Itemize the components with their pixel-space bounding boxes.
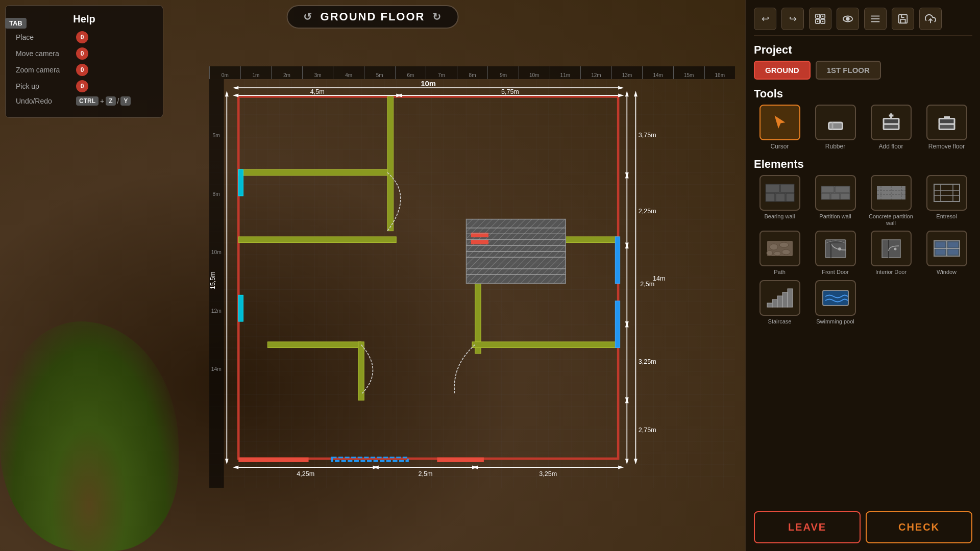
svg-text:2,5m: 2,5m <box>418 470 432 478</box>
svg-rect-153 <box>936 249 945 255</box>
svg-text:+: + <box>889 113 893 119</box>
svg-rect-113 <box>766 184 794 202</box>
svg-rect-86 <box>238 458 308 462</box>
check-button[interactable]: CHECK <box>866 511 972 543</box>
cursor-icon <box>760 105 800 140</box>
svg-rect-62 <box>387 96 393 231</box>
z-key: Z <box>106 96 115 106</box>
svg-rect-160 <box>823 290 848 306</box>
help-row-move: Move camera 0 <box>16 47 153 60</box>
help-row-pickup: Pick up 0 <box>16 80 153 92</box>
tools-section: Tools Cursor Rubber <box>754 87 972 150</box>
entresol-element[interactable]: Entresol <box>921 175 972 227</box>
remove-floor-tool[interactable]: Remove floor <box>921 105 972 150</box>
interior-door-element[interactable]: Interior Door <box>865 231 917 276</box>
svg-rect-105 <box>828 122 842 130</box>
svg-rect-151 <box>936 242 945 247</box>
svg-text:3,25m: 3,25m <box>539 470 557 478</box>
help-row-place: Place 0 <box>16 31 153 43</box>
svg-rect-152 <box>948 242 958 247</box>
window-label: Window <box>937 269 957 276</box>
staircase-label: Staircase <box>768 318 792 325</box>
svg-rect-119 <box>821 186 850 199</box>
help-label-undo: Undo/Redo <box>16 97 72 105</box>
svg-rect-110 <box>939 124 954 130</box>
front-door-icon <box>815 231 856 266</box>
svg-rect-70 <box>238 295 243 321</box>
svg-text:4,5m: 4,5m <box>310 88 325 95</box>
ground-floor-tab[interactable]: GROUND <box>754 61 811 80</box>
rubber-tool[interactable]: Rubber <box>810 105 861 150</box>
svg-text:3,75m: 3,75m <box>639 132 656 139</box>
interior-door-label: Interior Door <box>875 269 906 276</box>
add-floor-icon: + <box>871 105 912 140</box>
svg-point-95 <box>817 21 819 22</box>
svg-point-141 <box>774 252 781 256</box>
partition-wall-element[interactable]: Partition wall <box>810 175 861 227</box>
svg-rect-108 <box>884 119 899 124</box>
tools-title: Tools <box>754 87 972 101</box>
help-title: Help <box>16 13 153 25</box>
svg-rect-158 <box>782 292 788 307</box>
entresol-label: Entresol <box>936 213 957 220</box>
concrete-wall-element[interactable]: Concrete partition wall <box>865 175 917 227</box>
upload-button[interactable] <box>919 8 942 30</box>
window-icon <box>926 231 967 266</box>
floor-header[interactable]: ↺ GROUND FLOOR ↻ <box>287 5 459 29</box>
svg-text:4,25m: 4,25m <box>297 470 314 478</box>
rotate-left-icon: ↺ <box>303 11 313 23</box>
svg-rect-154 <box>948 249 958 255</box>
svg-rect-67 <box>472 342 618 347</box>
staircase-element[interactable]: Staircase <box>754 280 805 325</box>
cursor-tool[interactable]: Cursor <box>754 105 805 150</box>
swimming-pool-label: Swimming pool <box>816 318 854 325</box>
tab-badge[interactable]: TAB <box>5 18 27 29</box>
toolbar: ↩ ↪ <box>754 8 972 36</box>
elements-grid: Bearing wall Partition wall <box>754 175 972 325</box>
map-area: TAB Help Place 0 Move camera 0 Zoom came… <box>0 0 745 551</box>
eye-button[interactable] <box>837 8 859 30</box>
floor-plan-container[interactable]: 0m 1m 2m 3m 4m 5m 6m 7m 8m 9m 10m 11m 12… <box>199 31 735 536</box>
front-door-element[interactable]: Front Door <box>810 231 861 276</box>
project-title: Project <box>754 43 972 57</box>
path-element[interactable]: Path <box>754 231 805 276</box>
staircase-icon <box>760 280 800 316</box>
svg-text:10m: 10m <box>421 80 436 88</box>
right-panel: ↩ ↪ <box>745 0 980 551</box>
dice-button[interactable] <box>809 8 831 30</box>
add-floor-label: Add floor <box>878 143 903 150</box>
svg-text:14m: 14m <box>653 275 665 282</box>
help-label-move: Move camera <box>16 49 72 58</box>
list-button[interactable] <box>864 8 887 30</box>
front-door-label: Front Door <box>822 269 849 276</box>
leave-button[interactable]: LEAVE <box>754 511 861 543</box>
svg-point-138 <box>779 242 789 247</box>
remove-floor-icon <box>926 105 967 140</box>
svg-rect-72 <box>615 301 620 348</box>
bearing-wall-icon <box>760 175 800 211</box>
svg-rect-157 <box>777 296 782 307</box>
redo-button[interactable]: ↪ <box>781 8 804 30</box>
bearing-wall-element[interactable]: Bearing wall <box>754 175 805 227</box>
floor-plan-svg[interactable]: 5m 8m 10m 12m 14m 10m 4,5m 5,75m <box>209 79 735 488</box>
help-row-zoom: Zoom camera 0 <box>16 64 153 76</box>
y-key: Y <box>120 96 131 106</box>
swimming-pool-icon <box>815 280 856 316</box>
remove-floor-label: Remove floor <box>928 143 965 150</box>
add-floor-tool[interactable]: + Add floor <box>865 105 917 150</box>
concrete-wall-icon <box>871 175 912 211</box>
rubber-icon <box>815 105 856 140</box>
path-label: Path <box>774 269 786 276</box>
svg-text:3,25m: 3,25m <box>639 358 656 365</box>
undo-button[interactable]: ↩ <box>754 8 776 30</box>
first-floor-tab[interactable]: 1ST FLOOR <box>816 61 881 80</box>
save-button[interactable] <box>892 8 914 30</box>
swimming-pool-element[interactable]: Swimming pool <box>810 280 861 325</box>
svg-text:5,75m: 5,75m <box>501 88 519 95</box>
svg-point-140 <box>782 249 790 255</box>
window-element[interactable]: Window <box>921 231 972 276</box>
svg-point-147 <box>894 248 896 251</box>
bottom-buttons: LEAVE CHECK <box>754 511 972 543</box>
svg-rect-156 <box>772 299 777 307</box>
svg-point-96 <box>822 21 824 22</box>
